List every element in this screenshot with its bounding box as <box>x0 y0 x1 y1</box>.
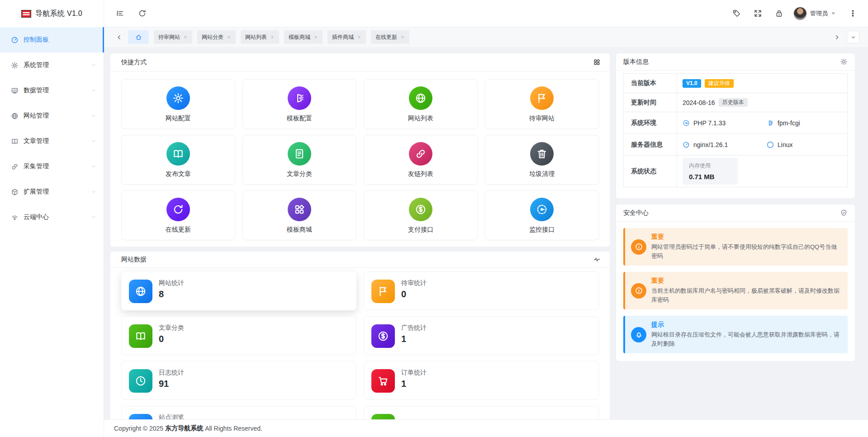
version-table: 当前版本 V1.0 建议升级 更新时间 2024-08-16 历史版本 系统环境 <box>623 73 848 187</box>
user-name: 管理员 <box>810 10 828 18</box>
shield-check-icon[interactable] <box>840 209 848 217</box>
sidebar-item-label: 系统管理 <box>24 61 49 69</box>
upgrade-badge[interactable]: 建议升级 <box>705 79 734 88</box>
sidebar-item-dashboard[interactable]: 控制面板 <box>0 27 104 52</box>
chevron-down-icon <box>91 88 96 93</box>
stat-value: 1 <box>401 379 406 389</box>
shortcut-label: 垃圾清理 <box>485 170 598 178</box>
sidebar-item-article[interactable]: 文章管理 <box>0 128 104 154</box>
stat-pending-count[interactable]: 待审统计 0 <box>364 271 599 310</box>
shortcut-article-category[interactable]: 文章分类 <box>242 135 356 185</box>
fullscreen-icon[interactable] <box>754 9 762 18</box>
tab-plugin-store[interactable]: 插件商城 <box>327 30 366 44</box>
stat-log-count[interactable]: 日志统计 91 <box>121 361 356 400</box>
close-icon[interactable] <box>400 35 405 39</box>
grid-diamond-icon <box>294 204 305 215</box>
gear-icon <box>11 62 19 69</box>
site-data-title: 网站数据 <box>121 256 147 264</box>
lock-icon[interactable] <box>775 9 783 18</box>
shortcut-monitor-api[interactable]: 监控接口 <box>485 190 599 240</box>
close-icon[interactable] <box>227 35 231 39</box>
collapse-menu-icon[interactable] <box>116 9 124 18</box>
globe-icon <box>11 112 19 120</box>
sidebar-menu: 控制面板 系统管理 数据管理 网站管理 文章管理 采集管理 <box>0 27 104 230</box>
stat-article-category[interactable]: 文章分类 0 <box>121 316 356 355</box>
wifi-icon <box>11 214 19 221</box>
shortcut-pending-sites[interactable]: 待审网站 <box>485 79 599 129</box>
shortcut-template-config[interactable]: 模板配置 <box>242 79 356 129</box>
shortcut-publish-article[interactable]: 发布文章 <box>121 135 235 185</box>
link-icon <box>11 163 19 171</box>
stat-value: 0 <box>401 289 406 299</box>
flag-icon <box>536 92 548 104</box>
shortcut-site-config[interactable]: 网站配置 <box>121 79 235 129</box>
shortcut-label: 文章分类 <box>243 170 356 178</box>
tab-site-list[interactable]: 网站列表 <box>241 30 279 44</box>
tab-template-store[interactable]: 模板商城 <box>284 30 323 44</box>
tab-home[interactable] <box>128 30 149 44</box>
tag-icon[interactable] <box>732 9 741 18</box>
shortcut-template-store[interactable]: 模板商城 <box>242 190 356 240</box>
shortcut-online-update[interactable]: 在线更新 <box>121 190 235 240</box>
sidebar-item-label: 控制面板 <box>24 36 49 44</box>
alert-title: 重要 <box>651 277 840 285</box>
trash-icon <box>536 148 548 160</box>
shortcut-site-list[interactable]: 网站列表 <box>364 79 478 129</box>
shortcut-payment-api[interactable]: 支付接口 <box>364 190 478 240</box>
tab-label: 模板商城 <box>289 33 310 41</box>
sidebar-item-website[interactable]: 网站管理 <box>0 103 104 128</box>
copyright-prefix: Copyright © 2025 <box>114 425 163 432</box>
clock-icon <box>135 375 147 387</box>
tabs-dropdown-button[interactable] <box>847 31 859 43</box>
shortcut-trash-clean[interactable]: 垃圾清理 <box>485 135 599 185</box>
avatar[interactable] <box>793 7 807 20</box>
chevron-down-icon <box>91 138 96 144</box>
history-versions-badge[interactable]: 历史版本 <box>719 98 748 107</box>
php-version: PHP 7.1.33 <box>693 119 726 127</box>
close-icon[interactable] <box>270 35 275 39</box>
tab-pending-review[interactable]: 待审网站 <box>154 30 192 44</box>
monitor-icon <box>11 87 19 95</box>
sidebar-item-system[interactable]: 系统管理 <box>0 52 104 78</box>
user-menu[interactable]: 管理员 <box>793 7 836 20</box>
dashboard-icon <box>11 36 19 44</box>
tab-online-update[interactable]: 在线更新 <box>371 30 409 44</box>
stat-label: 待审统计 <box>401 279 427 287</box>
tabs-scroll-right-icon[interactable] <box>834 34 840 41</box>
tabs-scroll-left-icon[interactable] <box>116 34 123 41</box>
info-circle-icon <box>635 286 643 295</box>
stat-order-count[interactable]: 订单统计 1 <box>364 361 599 400</box>
pulse-icon[interactable] <box>593 256 601 263</box>
tab-site-category[interactable]: 网站分类 <box>197 30 236 44</box>
close-icon[interactable] <box>313 35 318 39</box>
refresh-icon[interactable] <box>138 9 147 18</box>
tab-label: 待审网站 <box>158 33 180 41</box>
stat-site-count[interactable]: 网站统计 8 <box>121 271 356 310</box>
tab-label: 插件商城 <box>332 33 354 41</box>
security-alert-password: 重要 网站管理员密码过于简单，请不要使用较短的纯数字或自己的QQ号当做密码 <box>623 228 848 266</box>
sidebar-item-collect[interactable]: 采集管理 <box>0 154 104 179</box>
close-icon[interactable] <box>183 35 188 39</box>
stat-ad-count[interactable]: 广告统计 1 <box>364 316 599 355</box>
close-icon[interactable] <box>357 35 361 39</box>
globe-icon <box>135 285 147 297</box>
refresh-icon <box>172 204 184 215</box>
tab-label: 网站分类 <box>202 33 223 41</box>
sapi-value: fpm-fcgi <box>778 119 800 127</box>
footer: Copyright © 2025 东方导航系统 All Rights Reser… <box>104 419 868 437</box>
kebab-menu-icon[interactable] <box>849 9 857 18</box>
shortcut-friend-links[interactable]: 友链列表 <box>364 135 478 185</box>
alert-text: 网站管理员密码过于简单，请不要使用较短的纯数字或自己的QQ号当做密码 <box>651 242 840 261</box>
gear-icon[interactable] <box>840 58 848 66</box>
sidebar-item-extension[interactable]: 扩展管理 <box>0 179 104 204</box>
update-time-value: 2024-08-16 <box>683 99 715 106</box>
caret-down-icon <box>831 11 836 16</box>
shortcut-label: 模板配置 <box>243 114 356 123</box>
sidebar-item-data[interactable]: 数据管理 <box>0 78 104 103</box>
app-grid-icon[interactable] <box>593 58 601 66</box>
os-value: Linux <box>778 141 792 148</box>
environment-label: 系统环境 <box>624 112 677 133</box>
cube-icon <box>11 188 19 196</box>
sidebar-item-cloud[interactable]: 云端中心 <box>0 204 104 230</box>
security-panel: 安全中心 重要 网站管理员密码过于简单，请不要使用较短的纯数字或自己的QQ号当做… <box>616 204 855 361</box>
